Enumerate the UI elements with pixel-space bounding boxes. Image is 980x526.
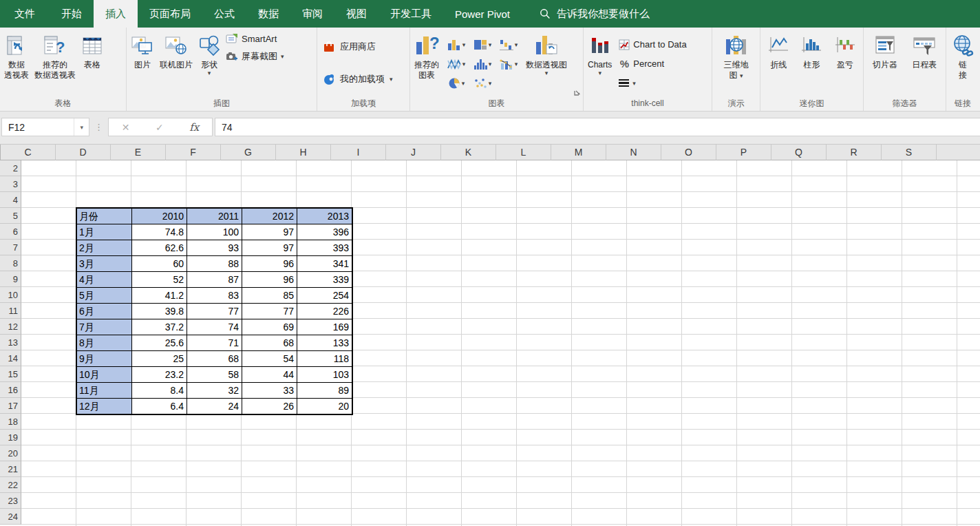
pivot-table-button[interactable]: 数据 透视表 (1, 30, 32, 98)
cell[interactable]: 169 (297, 319, 352, 335)
tab-data[interactable]: 数据 (246, 0, 290, 28)
insert-pie-chart-button[interactable]: ▾ (443, 74, 469, 93)
tab-page-layout[interactable]: 页面布局 (138, 0, 202, 28)
cell[interactable]: 11月 (77, 383, 132, 399)
chart-to-data-button[interactable]: Chart to Data (619, 37, 686, 52)
row-header-21[interactable]: 21 (0, 461, 21, 477)
cell[interactable]: 6.4 (132, 399, 187, 414)
row-header-18[interactable]: 18 (0, 414, 21, 430)
formula-input[interactable]: 74 (215, 118, 980, 136)
tab-review[interactable]: 审阅 (290, 0, 334, 28)
row-header-6[interactable]: 6 (0, 224, 21, 240)
column-header-D[interactable]: D (56, 145, 111, 160)
cell[interactable]: 25 (132, 351, 187, 367)
column-header-C[interactable]: C (1, 145, 56, 160)
row-header-3[interactable]: 3 (0, 176, 21, 192)
cell[interactable]: 41.2 (132, 288, 187, 304)
cell[interactable]: 62.6 (132, 240, 187, 256)
cell[interactable]: 12月 (77, 399, 132, 414)
cell[interactable]: 74.8 (132, 224, 187, 240)
row-header-15[interactable]: 15 (0, 366, 21, 382)
cell[interactable]: 2011 (187, 209, 242, 224)
row-header-24[interactable]: 24 (0, 509, 21, 525)
thinkcell-charts-button[interactable]: Charts ▾ (585, 30, 615, 98)
row-header-11[interactable]: 11 (0, 303, 21, 319)
cell[interactable]: 8.4 (132, 383, 187, 399)
sparkline-line-button[interactable]: 折线 (765, 30, 791, 98)
row-header-8[interactable]: 8 (0, 255, 21, 271)
cell[interactable]: 103 (297, 367, 352, 383)
cell[interactable]: 39.8 (132, 304, 187, 319)
cell[interactable]: 226 (297, 304, 352, 319)
name-box-dropdown-icon[interactable]: ▾ (74, 118, 89, 136)
cell[interactable]: 97 (242, 224, 297, 240)
cancel-icon[interactable]: ✕ (122, 122, 130, 133)
cell[interactable]: 2013 (297, 209, 352, 224)
column-header-L[interactable]: L (496, 145, 551, 160)
recommended-charts-button[interactable]: ? 推荐的 图表 (412, 30, 442, 98)
cell[interactable]: 87 (187, 272, 242, 288)
cell[interactable]: 71 (187, 335, 242, 351)
cell[interactable]: 58 (187, 367, 242, 383)
row-header-17[interactable]: 17 (0, 398, 21, 414)
row-header-9[interactable]: 9 (0, 271, 21, 287)
slicer-button[interactable]: 切片器 (870, 30, 900, 98)
cell[interactable]: 25.6 (132, 335, 187, 351)
column-header-O[interactable]: O (661, 145, 716, 160)
cell[interactable]: 69 (242, 319, 297, 335)
column-header-K[interactable]: K (441, 145, 496, 160)
column-header-G[interactable]: G (221, 145, 276, 160)
three-d-map-button[interactable]: 三维地 图 ▾ (721, 30, 752, 98)
insert-statistic-chart-button[interactable]: ▾ (469, 54, 496, 74)
store-button[interactable]: 应用商店 (323, 41, 404, 53)
column-header-Q[interactable]: Q (771, 145, 827, 160)
insert-combo-chart-button[interactable]: ▾ (496, 54, 522, 74)
cell[interactable]: 118 (297, 351, 352, 367)
cell[interactable]: 88 (187, 256, 242, 272)
column-header-R[interactable]: R (827, 145, 882, 160)
cell[interactable]: 133 (297, 335, 352, 351)
cell[interactable]: 60 (132, 256, 187, 272)
cell[interactable]: 89 (297, 383, 352, 399)
cell[interactable]: 54 (242, 351, 297, 367)
smartart-button[interactable]: SmartArt (226, 31, 284, 46)
row-header-2[interactable]: 2 (0, 160, 21, 176)
cell[interactable]: 37.2 (132, 319, 187, 335)
timeline-button[interactable]: 日程表 (909, 30, 939, 98)
sparkline-column-button[interactable]: 柱形 (798, 30, 824, 98)
column-header-N[interactable]: N (606, 145, 661, 160)
row-header-10[interactable]: 10 (0, 287, 21, 303)
cell[interactable]: 44 (242, 367, 297, 383)
row-header-22[interactable]: 22 (0, 477, 21, 493)
pivot-chart-button[interactable]: 数据透视图 ▾ (523, 30, 570, 98)
cell[interactable]: 93 (187, 240, 242, 256)
row-header-7[interactable]: 7 (0, 240, 21, 255)
tab-formulas[interactable]: 公式 (202, 0, 246, 28)
cell[interactable]: 74 (187, 319, 242, 335)
row-header-5[interactable]: 5 (0, 208, 21, 224)
tab-power-pivot[interactable]: Power Pivot (443, 0, 522, 28)
cell[interactable]: 33 (242, 383, 297, 399)
online-pictures-button[interactable]: 联机图片 (157, 30, 195, 98)
insert-column-chart-button[interactable]: ▾ (443, 35, 469, 54)
cell[interactable]: 26 (242, 399, 297, 414)
column-header-partial[interactable] (937, 145, 980, 160)
cell[interactable]: 2010 (132, 209, 187, 224)
cell[interactable]: 68 (187, 351, 242, 367)
cell[interactable]: 10月 (77, 367, 132, 383)
thinkcell-menu-button[interactable]: ▾ (619, 76, 686, 91)
cell[interactable]: 月份 (77, 209, 132, 224)
cell[interactable]: 52 (132, 272, 187, 288)
charts-dialog-launcher-icon[interactable] (573, 88, 582, 96)
cell[interactable]: 85 (242, 288, 297, 304)
row-header-23[interactable]: 23 (0, 493, 21, 509)
cell[interactable]: 68 (242, 335, 297, 351)
column-header-M[interactable]: M (551, 145, 606, 160)
column-header-S[interactable]: S (882, 145, 937, 160)
insert-scatter-chart-button[interactable]: ▾ (469, 74, 496, 93)
enter-icon[interactable]: ✓ (156, 122, 164, 133)
cell[interactable]: 96 (242, 272, 297, 288)
tab-insert[interactable]: 插入 (94, 0, 138, 28)
percent-button[interactable]: % Percent (619, 56, 686, 72)
insert-line-chart-button[interactable]: ▾ (443, 54, 469, 74)
